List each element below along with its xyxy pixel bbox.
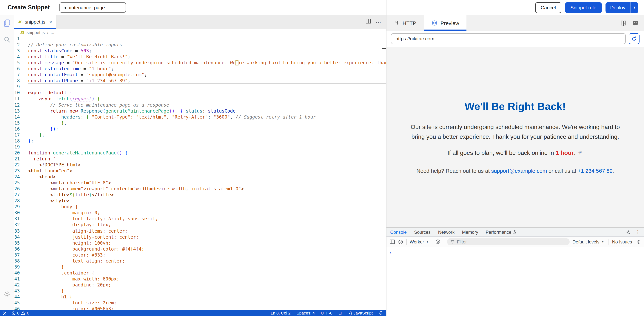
- chevron-down-icon: ▼: [601, 240, 604, 243]
- toggle-sidebar-icon[interactable]: [390, 239, 395, 245]
- code-line[interactable]: 11 async fetch(request) {: [14, 96, 386, 102]
- tab-network[interactable]: Network: [434, 228, 458, 236]
- notifications-bell-icon[interactable]: [379, 311, 383, 315]
- language-mode[interactable]: {} JavaScript: [349, 311, 373, 315]
- tab-sources[interactable]: Sources: [410, 228, 434, 236]
- code-line[interactable]: 34 justify-content: center;: [14, 234, 386, 240]
- code-line[interactable]: 37 color: #333;: [14, 252, 386, 258]
- console-settings-gear-icon[interactable]: [636, 239, 641, 244]
- problems-indicator[interactable]: 0 0: [12, 311, 29, 315]
- deploy-button[interactable]: Deploy: [605, 2, 630, 13]
- code-line[interactable]: 6const estimatedTime = "1 hour";: [14, 66, 386, 72]
- deploy-dropdown-button[interactable]: ▼: [630, 2, 638, 13]
- close-tab-icon[interactable]: ×: [49, 19, 52, 25]
- code-line[interactable]: 14 headers: { "Content-Type": "text/html…: [14, 114, 386, 120]
- code-line[interactable]: 13 return new Response(generateMaintenan…: [14, 108, 386, 114]
- code-line[interactable]: 44 h1 {: [14, 294, 386, 300]
- tab-strip: JS snippet.js × ⋯: [14, 15, 386, 29]
- code-line[interactable]: 27 <title>${title}</title>: [14, 192, 386, 198]
- snippet-rule-button[interactable]: Snippet rule: [565, 2, 602, 13]
- cancel-button[interactable]: Cancel: [535, 2, 562, 13]
- tab-performance[interactable]: Performance: [482, 228, 521, 236]
- code-line[interactable]: 20function generateMaintenancePage() {: [14, 150, 386, 156]
- code-line[interactable]: 45 font-size: 2rem;: [14, 300, 386, 306]
- code-line[interactable]: 43 }: [14, 288, 386, 294]
- code-line[interactable]: 40 .container {: [14, 270, 386, 276]
- tab-snippet-js[interactable]: JS snippet.js ×: [14, 15, 56, 29]
- tab-memory[interactable]: Memory: [458, 228, 482, 236]
- overview-ruler-mark: [382, 48, 386, 49]
- issues-counter[interactable]: No Issues: [612, 239, 632, 244]
- code-line[interactable]: 5const message = "Our site is currently …: [14, 60, 386, 66]
- code-line[interactable]: 36 background-color: #f4f4f4;: [14, 246, 386, 252]
- code-line[interactable]: 7const contactEmail = "support@example.c…: [14, 72, 386, 78]
- code-line[interactable]: 2// Define your customizable inputs: [14, 42, 386, 48]
- code-line[interactable]: 42 padding: 20px;: [14, 282, 386, 288]
- docs-book-icon[interactable]: [620, 20, 627, 26]
- url-input[interactable]: [391, 33, 626, 44]
- context-selector[interactable]: Worker▼: [410, 239, 429, 244]
- search-icon[interactable]: [3, 36, 11, 45]
- snippet-name-input[interactable]: [60, 2, 126, 13]
- settings-gear-icon[interactable]: [3, 290, 11, 299]
- code-line[interactable]: 28 <style>: [14, 198, 386, 204]
- code-line[interactable]: 8const contactPhone = "+1 234 567 89";: [14, 78, 386, 84]
- code-line[interactable]: 24 <head>: [14, 174, 386, 180]
- split-editor-icon[interactable]: [366, 18, 371, 26]
- code-line[interactable]: 15 },: [14, 120, 386, 126]
- code-line[interactable]: 29 body {: [14, 204, 386, 210]
- chevron-right-icon: ›: [47, 30, 48, 35]
- eta-value: 1 hour: [556, 150, 574, 156]
- code-line[interactable]: 26 <meta name="viewport" content="width=…: [14, 186, 386, 192]
- code-line[interactable]: 32 display: flex;: [14, 222, 386, 228]
- console-output[interactable]: ›: [386, 247, 644, 316]
- code-line[interactable]: 17 },: [14, 132, 386, 138]
- code-editor[interactable]: 12// Define your customizable inputs3con…: [14, 36, 386, 310]
- live-expression-eye-icon[interactable]: [435, 239, 441, 245]
- support-email-link[interactable]: support@example.com: [491, 168, 547, 174]
- code-line[interactable]: 46 color: #0056b3;: [14, 306, 386, 310]
- js-file-icon: JS: [20, 31, 24, 34]
- code-line[interactable]: 39 }: [14, 264, 386, 270]
- tab-console[interactable]: Console: [386, 228, 410, 236]
- code-line[interactable]: 3const statusCode = 503;: [14, 48, 386, 54]
- encoding[interactable]: UTF-8: [321, 311, 332, 315]
- code-line[interactable]: 12 // Serve the maintenance page as a re…: [14, 102, 386, 108]
- indentation[interactable]: Spaces: 4: [296, 311, 315, 315]
- remote-indicator-icon[interactable]: [2, 310, 7, 315]
- code-line[interactable]: 30 margin: 0;: [14, 210, 386, 216]
- eol-type[interactable]: LF: [338, 311, 343, 315]
- code-line[interactable]: 9: [14, 84, 386, 90]
- code-line[interactable]: 18};: [14, 138, 386, 144]
- code-line[interactable]: 35 height: 100vh;: [14, 240, 386, 246]
- code-line[interactable]: 41 max-width: 600px;: [14, 276, 386, 282]
- log-levels-dropdown[interactable]: Default levels▼: [572, 239, 604, 244]
- tab-http[interactable]: HTTP: [386, 15, 424, 31]
- code-line[interactable]: 22 <!DOCTYPE html>: [14, 162, 386, 168]
- code-line[interactable]: 21 return `: [14, 156, 386, 162]
- code-line[interactable]: 31 font-family: Arial, sans-serif;: [14, 216, 386, 222]
- cursor-position[interactable]: Ln 8, Col 2: [270, 311, 290, 315]
- http-arrows-icon: [394, 20, 400, 26]
- breadcrumb[interactable]: JS snippet.js › ...: [14, 29, 386, 36]
- devtools-kebab-icon[interactable]: ⋮: [636, 229, 640, 235]
- tab-preview[interactable]: Preview: [424, 15, 467, 31]
- code-line[interactable]: 1: [14, 36, 386, 42]
- devtools-settings-gear-icon[interactable]: [626, 229, 631, 235]
- js-file-icon: JS: [18, 20, 22, 24]
- refresh-button[interactable]: [629, 33, 640, 44]
- phone-link[interactable]: +1 234 567 89: [578, 168, 612, 174]
- more-actions-icon[interactable]: ⋯: [376, 19, 382, 25]
- files-icon[interactable]: [2, 19, 12, 29]
- code-line[interactable]: 4const title = "We'll Be Right Back!";: [14, 54, 386, 60]
- code-line[interactable]: 33 align-items: center;: [14, 228, 386, 234]
- clear-console-icon[interactable]: [398, 239, 403, 244]
- code-line[interactable]: 25 <meta charset="UTF-8">: [14, 180, 386, 186]
- code-line[interactable]: 23<html lang="en">: [14, 168, 386, 174]
- code-line[interactable]: 19: [14, 144, 386, 150]
- code-line[interactable]: 16 });: [14, 126, 386, 132]
- console-filter[interactable]: Filter: [447, 238, 570, 245]
- discord-icon[interactable]: [632, 20, 639, 26]
- code-line[interactable]: 38 text-align: center;: [14, 258, 386, 264]
- code-line[interactable]: 10export default {: [14, 90, 386, 96]
